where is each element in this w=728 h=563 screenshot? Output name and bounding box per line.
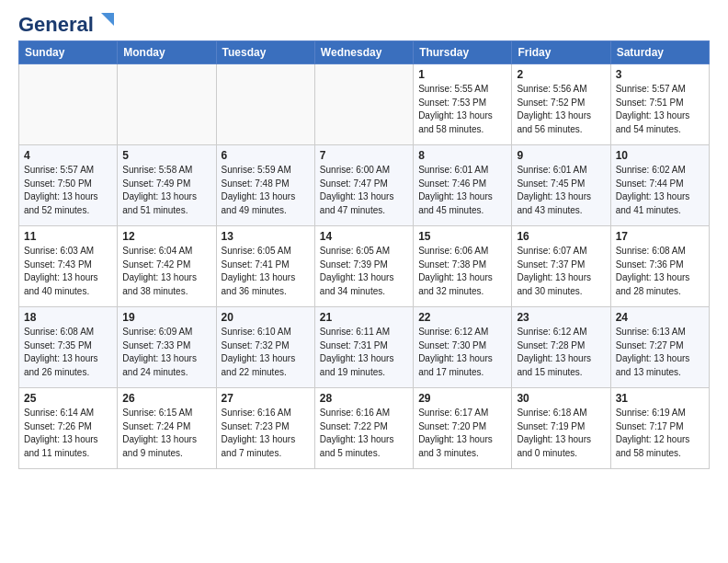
day-info: Sunrise: 5:57 AM Sunset: 7:50 PM Dayligh… [24, 164, 112, 217]
calendar-cell [19, 64, 118, 145]
day-info: Sunrise: 5:56 AM Sunset: 7:52 PM Dayligh… [517, 83, 605, 136]
week-row-5: 25Sunrise: 6:14 AM Sunset: 7:26 PM Dayli… [19, 388, 710, 469]
day-number: 10 [616, 149, 704, 162]
day-info: Sunrise: 6:00 AM Sunset: 7:47 PM Dayligh… [320, 164, 408, 217]
calendar-cell: 20Sunrise: 6:10 AM Sunset: 7:32 PM Dayli… [216, 307, 314, 388]
day-number: 12 [122, 230, 210, 243]
day-info: Sunrise: 6:03 AM Sunset: 7:43 PM Dayligh… [24, 245, 112, 298]
day-number: 20 [222, 311, 310, 324]
day-number: 28 [320, 392, 408, 405]
day-info: Sunrise: 6:08 AM Sunset: 7:35 PM Dayligh… [24, 326, 112, 379]
calendar-cell: 8Sunrise: 6:01 AM Sunset: 7:46 PM Daylig… [414, 145, 512, 226]
col-header-wednesday: Wednesday [314, 41, 413, 64]
calendar-cell: 21Sunrise: 6:11 AM Sunset: 7:31 PM Dayli… [314, 307, 413, 388]
calendar-cell: 19Sunrise: 6:09 AM Sunset: 7:33 PM Dayli… [118, 307, 216, 388]
day-info: Sunrise: 6:15 AM Sunset: 7:24 PM Dayligh… [122, 407, 210, 460]
day-info: Sunrise: 6:09 AM Sunset: 7:33 PM Dayligh… [122, 326, 210, 379]
day-number: 3 [616, 68, 704, 81]
day-number: 30 [517, 392, 605, 405]
day-number: 14 [320, 230, 408, 243]
day-info: Sunrise: 6:16 AM Sunset: 7:22 PM Dayligh… [320, 407, 408, 460]
calendar-cell: 27Sunrise: 6:16 AM Sunset: 7:23 PM Dayli… [216, 388, 314, 469]
day-info: Sunrise: 6:14 AM Sunset: 7:26 PM Dayligh… [24, 407, 112, 460]
calendar-header: SundayMondayTuesdayWednesdayThursdayFrid… [19, 41, 710, 64]
day-info: Sunrise: 6:12 AM Sunset: 7:30 PM Dayligh… [418, 326, 506, 379]
day-number: 21 [320, 311, 408, 324]
day-number: 27 [222, 392, 310, 405]
logo-arrow-icon [97, 9, 118, 29]
calendar-cell: 4Sunrise: 5:57 AM Sunset: 7:50 PM Daylig… [19, 145, 118, 226]
day-info: Sunrise: 6:10 AM Sunset: 7:32 PM Dayligh… [222, 326, 310, 379]
day-number: 9 [517, 149, 605, 162]
day-number: 2 [517, 68, 605, 81]
day-number: 11 [24, 230, 112, 243]
calendar-table: SundayMondayTuesdayWednesdayThursdayFrid… [18, 40, 710, 469]
day-info: Sunrise: 6:17 AM Sunset: 7:20 PM Dayligh… [418, 407, 506, 460]
calendar-cell [216, 64, 314, 145]
calendar-cell: 29Sunrise: 6:17 AM Sunset: 7:20 PM Dayli… [414, 388, 512, 469]
logo: General [18, 15, 118, 35]
day-info: Sunrise: 6:05 AM Sunset: 7:39 PM Dayligh… [320, 245, 408, 298]
day-number: 22 [418, 311, 506, 324]
day-number: 1 [418, 68, 506, 81]
day-number: 16 [517, 230, 605, 243]
day-number: 29 [418, 392, 506, 405]
calendar-cell: 28Sunrise: 6:16 AM Sunset: 7:22 PM Dayli… [314, 388, 413, 469]
calendar-cell: 25Sunrise: 6:14 AM Sunset: 7:26 PM Dayli… [19, 388, 118, 469]
col-header-sunday: Sunday [19, 41, 118, 64]
week-row-4: 18Sunrise: 6:08 AM Sunset: 7:35 PM Dayli… [19, 307, 710, 388]
calendar-cell: 30Sunrise: 6:18 AM Sunset: 7:19 PM Dayli… [512, 388, 610, 469]
calendar-cell [314, 64, 413, 145]
day-info: Sunrise: 6:13 AM Sunset: 7:27 PM Dayligh… [616, 326, 704, 379]
calendar-cell: 26Sunrise: 6:15 AM Sunset: 7:24 PM Dayli… [118, 388, 216, 469]
day-number: 15 [418, 230, 506, 243]
col-header-thursday: Thursday [414, 41, 512, 64]
calendar-cell: 23Sunrise: 6:12 AM Sunset: 7:28 PM Dayli… [512, 307, 610, 388]
col-header-monday: Monday [118, 41, 216, 64]
calendar-cell: 15Sunrise: 6:06 AM Sunset: 7:38 PM Dayli… [414, 226, 512, 307]
day-number: 19 [122, 311, 210, 324]
day-number: 17 [616, 230, 704, 243]
day-info: Sunrise: 6:18 AM Sunset: 7:19 PM Dayligh… [517, 407, 605, 460]
calendar-cell: 16Sunrise: 6:07 AM Sunset: 7:37 PM Dayli… [512, 226, 610, 307]
col-header-friday: Friday [512, 41, 610, 64]
day-info: Sunrise: 5:57 AM Sunset: 7:51 PM Dayligh… [616, 83, 704, 136]
calendar-cell: 7Sunrise: 6:00 AM Sunset: 7:47 PM Daylig… [314, 145, 413, 226]
calendar-cell: 13Sunrise: 6:05 AM Sunset: 7:41 PM Dayli… [216, 226, 314, 307]
day-info: Sunrise: 6:01 AM Sunset: 7:45 PM Dayligh… [517, 164, 605, 217]
day-number: 24 [616, 311, 704, 324]
calendar-cell: 14Sunrise: 6:05 AM Sunset: 7:39 PM Dayli… [314, 226, 413, 307]
day-number: 31 [616, 392, 704, 405]
day-number: 8 [418, 149, 506, 162]
calendar-cell: 18Sunrise: 6:08 AM Sunset: 7:35 PM Dayli… [19, 307, 118, 388]
week-row-2: 4Sunrise: 5:57 AM Sunset: 7:50 PM Daylig… [19, 145, 710, 226]
day-number: 5 [122, 149, 210, 162]
col-header-saturday: Saturday [610, 41, 709, 64]
day-number: 13 [222, 230, 310, 243]
calendar-cell: 6Sunrise: 5:59 AM Sunset: 7:48 PM Daylig… [216, 145, 314, 226]
day-number: 23 [517, 311, 605, 324]
day-info: Sunrise: 6:01 AM Sunset: 7:46 PM Dayligh… [418, 164, 506, 217]
day-info: Sunrise: 6:16 AM Sunset: 7:23 PM Dayligh… [222, 407, 310, 460]
calendar-cell: 9Sunrise: 6:01 AM Sunset: 7:45 PM Daylig… [512, 145, 610, 226]
day-info: Sunrise: 6:02 AM Sunset: 7:44 PM Dayligh… [616, 164, 704, 217]
day-info: Sunrise: 5:59 AM Sunset: 7:48 PM Dayligh… [222, 164, 310, 217]
day-number: 26 [122, 392, 210, 405]
week-row-3: 11Sunrise: 6:03 AM Sunset: 7:43 PM Dayli… [19, 226, 710, 307]
calendar-cell: 11Sunrise: 6:03 AM Sunset: 7:43 PM Dayli… [19, 226, 118, 307]
calendar-cell [118, 64, 216, 145]
day-number: 6 [222, 149, 310, 162]
day-info: Sunrise: 6:08 AM Sunset: 7:36 PM Dayligh… [616, 245, 704, 298]
calendar-cell: 3Sunrise: 5:57 AM Sunset: 7:51 PM Daylig… [610, 64, 709, 145]
calendar-cell: 10Sunrise: 6:02 AM Sunset: 7:44 PM Dayli… [610, 145, 709, 226]
page-header: General [18, 15, 710, 35]
svg-marker-0 [101, 13, 114, 26]
day-info: Sunrise: 6:11 AM Sunset: 7:31 PM Dayligh… [320, 326, 408, 379]
calendar-cell: 22Sunrise: 6:12 AM Sunset: 7:30 PM Dayli… [414, 307, 512, 388]
calendar-cell: 17Sunrise: 6:08 AM Sunset: 7:36 PM Dayli… [610, 226, 709, 307]
calendar-cell: 12Sunrise: 6:04 AM Sunset: 7:42 PM Dayli… [118, 226, 216, 307]
calendar-cell: 24Sunrise: 6:13 AM Sunset: 7:27 PM Dayli… [610, 307, 709, 388]
calendar-cell: 2Sunrise: 5:56 AM Sunset: 7:52 PM Daylig… [512, 64, 610, 145]
day-number: 18 [24, 311, 112, 324]
day-number: 7 [320, 149, 408, 162]
